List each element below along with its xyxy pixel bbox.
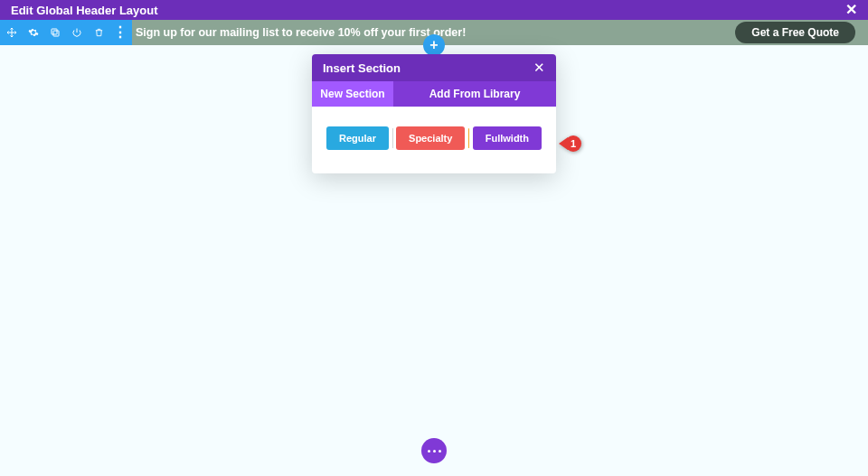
close-icon[interactable]: ✕ — [533, 60, 545, 76]
annotation-badge: 1 — [565, 135, 581, 152]
svg-rect-0 — [53, 31, 59, 36]
add-section-button[interactable]: + — [423, 34, 445, 56]
trash-icon[interactable] — [92, 26, 105, 39]
modal-header: Insert Section ✕ — [312, 54, 556, 81]
promo-banner: Sign up for our mailing list to receive … — [132, 20, 868, 45]
page-settings-button[interactable] — [421, 438, 447, 463]
regular-button[interactable]: Regular — [326, 126, 389, 150]
quote-button[interactable]: Get a Free Quote — [735, 22, 855, 43]
fullwidth-button[interactable]: Fullwidth — [473, 126, 542, 150]
close-icon[interactable]: ✕ — [845, 3, 857, 17]
modal-tabs: New Section Add From Library — [312, 81, 556, 107]
gear-icon[interactable] — [27, 26, 40, 39]
duplicate-icon[interactable] — [49, 26, 61, 39]
tab-new-section[interactable]: New Section — [312, 81, 393, 107]
svg-rect-1 — [52, 29, 57, 34]
insert-section-modal: Insert Section ✕ New Section Add From Li… — [312, 54, 556, 173]
move-icon[interactable] — [5, 26, 18, 39]
power-icon[interactable] — [71, 26, 83, 39]
specialty-button[interactable]: Specialty — [396, 126, 465, 150]
topbar-title: Edit Global Header Layout — [11, 4, 158, 17]
topbar: Edit Global Header Layout ✕ — [0, 0, 868, 20]
module-toolbar: ⋮ — [0, 20, 132, 45]
modal-body: Regular Specialty Fullwidth — [312, 107, 556, 173]
promo-text: Sign up for our mailing list to receive … — [136, 26, 466, 39]
tab-add-from-library[interactable]: Add From Library — [393, 81, 556, 107]
modal-title: Insert Section — [323, 61, 401, 75]
annotation-pointer: 1 — [559, 135, 581, 152]
more-icon[interactable]: ⋮ — [114, 26, 127, 39]
